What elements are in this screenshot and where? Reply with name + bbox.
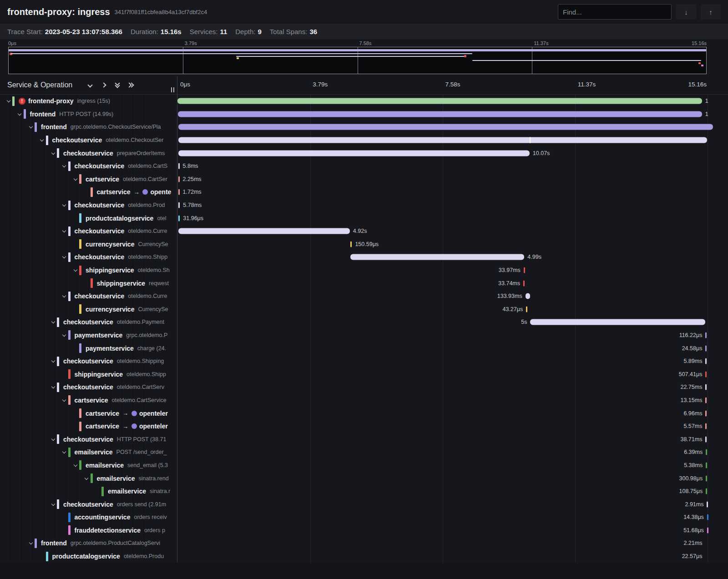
span-bar[interactable] [705,423,707,429]
span-bar[interactable] [526,293,530,299]
span-timeline-cell[interactable]: 108.75μs [177,485,728,498]
span-timeline-cell[interactable]: 507.41μs [177,368,728,381]
span-timeline-cell[interactable]: 24.58μs [177,342,728,355]
span-timeline-cell[interactable]: 33.74ms [177,277,728,290]
collapse-toggle[interactable] [38,139,46,141]
span-label-cell[interactable]: shippingserviceoteldemo.Sh [0,264,177,277]
span-label-cell[interactable]: accountingserviceorders receiv [0,511,177,524]
span-bar[interactable] [707,501,708,507]
span-timeline-cell[interactable]: 43.27μs [177,303,728,316]
span-timeline-cell[interactable]: 5.89ms [177,355,728,368]
collapse-toggle[interactable] [49,503,57,505]
collapse-one-icon[interactable] [87,82,93,88]
span-timeline-cell[interactable]: 10.07s [177,146,728,160]
span-bar[interactable] [705,371,707,377]
collapse-all-icon[interactable] [114,82,121,88]
span-bar[interactable] [705,332,707,338]
span-label-cell[interactable]: productcatalogserviceotel [0,211,177,225]
span-timeline-cell[interactable]: 300.98μs [177,472,728,485]
span-label-cell[interactable]: cartservice→openteler [0,420,177,433]
span-label-cell[interactable]: shippingserviceoteldemo.Shipp [0,368,177,381]
span-label-cell[interactable]: checkoutserviceoteldemo.CheckoutSer [0,134,177,147]
span-timeline-cell[interactable]: 2.25ms [177,173,728,186]
span-bar[interactable] [706,488,707,494]
span-label-cell[interactable]: frontendgrpc.oteldemo.ProductCatalogServ… [0,537,177,550]
span-label-cell[interactable]: emailservicesinatra.rend [0,472,177,485]
span-bar[interactable] [706,475,707,481]
collapse-toggle[interactable] [61,451,68,453]
minimap-canvas[interactable] [8,47,707,74]
span-label-cell[interactable]: checkoutserviceoteldemo.Shipp [0,251,177,264]
span-bar[interactable] [350,254,524,260]
collapse-toggle[interactable] [49,360,57,362]
collapse-toggle[interactable] [61,165,68,167]
collapse-toggle[interactable] [71,464,79,466]
collapse-toggle[interactable] [71,269,79,271]
find-prev-button[interactable]: ↑ [701,4,721,20]
span-label-cell[interactable]: checkoutserviceoteldemo.Curre [0,225,177,238]
span-timeline-cell[interactable]: 1 [177,108,728,121]
span-bar[interactable] [526,306,527,312]
span-bar[interactable] [705,436,707,442]
find-input[interactable] [558,4,672,20]
span-label-cell[interactable]: frauddetectionserviceorders p [0,524,177,537]
span-bar[interactable] [706,449,707,455]
span-timeline-cell[interactable]: 6.39ms [177,446,728,459]
span-timeline-cell[interactable]: 51.68μs [177,524,728,537]
span-timeline-cell[interactable]: 13.15ms [177,394,728,407]
find-next-button[interactable]: ↓ [676,4,696,20]
span-label-cell[interactable]: checkoutserviceoteldemo.Payment [0,316,177,329]
span-timeline-cell[interactable]: 38.71ms [177,433,728,446]
span-timeline-cell[interactable]: 5s [177,316,728,329]
span-label-cell[interactable]: productcatalogserviceoteldemo.Produ [0,550,177,563]
collapse-toggle[interactable] [16,113,24,115]
span-bar[interactable] [178,137,708,143]
span-timeline-cell[interactable]: 5.8ms [177,160,728,173]
collapse-toggle[interactable] [71,178,79,180]
span-label-cell[interactable]: checkoutserviceorders send (2.91m [0,498,177,511]
span-label-cell[interactable]: checkoutserviceoteldemo.CartServ [0,381,177,394]
span-label-cell[interactable]: checkoutserviceprepareOrderItems [0,146,177,160]
expand-one-icon[interactable] [101,82,107,88]
span-bar[interactable] [705,358,707,364]
span-label-cell[interactable]: !frontend-proxyingress (15s) [0,95,177,108]
span-label-cell[interactable]: shippingservicereqwest [0,277,177,290]
collapse-toggle[interactable] [49,152,57,154]
span-timeline-cell[interactable]: 22.75ms [177,381,728,394]
collapse-toggle[interactable] [49,321,57,323]
span-bar[interactable] [178,124,713,130]
span-label-cell[interactable]: emailservicePOST /send_order_ [0,446,177,459]
span-bar[interactable] [705,384,707,390]
span-bar[interactable] [705,410,707,416]
collapse-toggle[interactable] [27,542,35,544]
span-timeline-cell[interactable]: 2.91ms [177,498,728,511]
span-timeline-cell[interactable]: 22.57μs [177,550,728,563]
collapse-toggle[interactable] [61,256,68,258]
span-timeline-cell[interactable]: 14.38μs [177,511,728,524]
span-timeline-cell[interactable]: 5.78ms [177,199,728,212]
collapse-toggle[interactable] [5,100,12,102]
collapse-toggle[interactable] [61,334,68,336]
span-bar[interactable] [178,111,702,117]
span-label-cell[interactable]: frontendHTTP POST (14.99s) [0,108,177,121]
span-bar[interactable] [523,280,525,286]
span-timeline-cell[interactable] [177,134,728,147]
span-bar[interactable] [705,397,707,403]
span-label-cell[interactable]: checkoutserviceoteldemo.Curre [0,290,177,303]
span-timeline-cell[interactable]: 4.99s [177,251,728,264]
span-label-cell[interactable]: cartservice→opente [0,186,177,199]
column-resize-handle[interactable] [171,87,174,92]
span-timeline-cell[interactable]: 133.93ms [177,290,728,303]
span-label-cell[interactable]: frontendgrpc.oteldemo.CheckoutService/Pl… [0,121,177,134]
span-timeline-cell[interactable]: 33.97ms [177,264,728,277]
span-label-cell[interactable]: currencyserviceCurrencySe [0,238,177,251]
span-timeline-cell[interactable]: 116.22μs [177,329,728,342]
span-label-cell[interactable]: cartservice→openteler [0,407,177,420]
span-bar[interactable] [707,527,708,533]
collapse-toggle[interactable] [49,438,57,440]
span-label-cell[interactable]: checkoutserviceoteldemo.Prod [0,199,177,212]
collapse-toggle[interactable] [27,126,35,128]
span-label-cell[interactable]: cartserviceoteldemo.CartSer [0,173,177,186]
span-label-cell[interactable]: checkoutserviceHTTP POST (38.71 [0,433,177,446]
collapse-toggle[interactable] [83,478,91,479]
